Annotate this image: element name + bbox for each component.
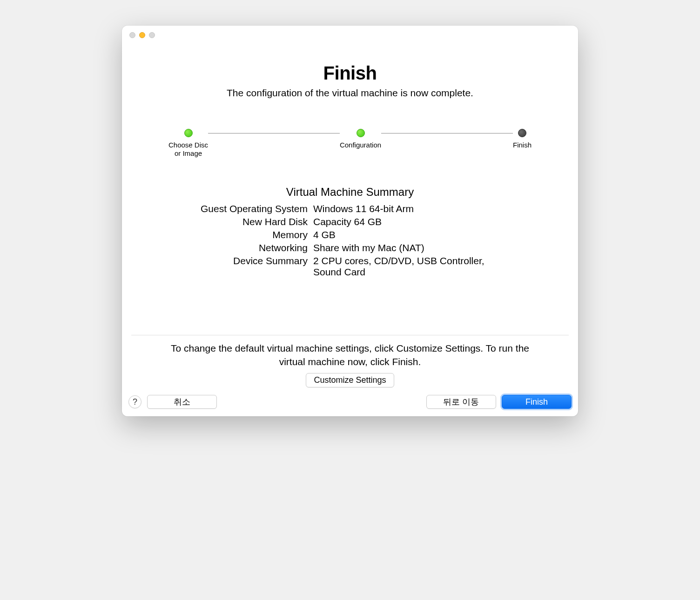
summary-rows: Guest Operating System Windows 11 64-bit… (201, 203, 499, 278)
progress-stepper: Choose Disc or Image Configuration Finis… (131, 129, 569, 158)
step-dot-completed-icon (357, 129, 365, 137)
summary-label-disk: New Hard Disk (201, 216, 308, 227)
summary-title: Virtual Machine Summary (286, 186, 414, 199)
wizard-window: Finish The configuration of the virtual … (122, 26, 578, 416)
summary-label-os: Guest Operating System (201, 203, 308, 214)
help-button[interactable]: ? (128, 395, 141, 408)
finish-button[interactable]: Finish (502, 395, 572, 409)
footer-section: To change the default virtual machine se… (131, 335, 569, 387)
button-bar: ? 취소 뒤로 이동 Finish (122, 387, 578, 416)
summary-label-networking: Networking (201, 242, 308, 253)
titlebar (122, 26, 578, 44)
summary-value-networking: Share with my Mac (NAT) (313, 242, 499, 253)
step-connector (208, 133, 340, 133)
step-dot-completed-icon (184, 129, 193, 137)
summary-label-memory: Memory (201, 229, 308, 240)
window-minimize-button[interactable] (139, 32, 145, 38)
back-button[interactable]: 뒤로 이동 (426, 395, 496, 409)
step-finish: Finish (513, 129, 532, 149)
window-maximize-button[interactable] (149, 32, 155, 38)
customize-settings-button[interactable]: Customize Settings (306, 373, 394, 387)
page-title: Finish (131, 63, 569, 84)
content-area: Finish The configuration of the virtual … (122, 44, 578, 387)
summary-label-devices: Device Summary (201, 255, 308, 278)
vm-summary: Virtual Machine Summary Guest Operating … (131, 186, 569, 278)
page-subtitle: The configuration of the virtual machine… (131, 87, 569, 99)
step-choose-disc: Choose Disc or Image (168, 129, 208, 158)
footer-text: To change the default virtual machine se… (131, 342, 569, 368)
step-label: Configuration (340, 141, 381, 149)
step-label: Choose Disc or Image (168, 141, 208, 158)
header: Finish The configuration of the virtual … (131, 63, 569, 99)
step-dot-current-icon (518, 129, 526, 137)
window-close-button[interactable] (129, 32, 135, 38)
summary-value-devices: 2 CPU cores, CD/DVD, USB Controller, Sou… (313, 255, 499, 278)
step-label: Finish (513, 141, 532, 149)
step-connector (381, 133, 513, 133)
summary-value-disk: Capacity 64 GB (313, 216, 499, 227)
cancel-button[interactable]: 취소 (147, 395, 217, 409)
step-configuration: Configuration (340, 129, 381, 149)
summary-value-memory: 4 GB (313, 229, 499, 240)
summary-value-os: Windows 11 64-bit Arm (313, 203, 499, 214)
